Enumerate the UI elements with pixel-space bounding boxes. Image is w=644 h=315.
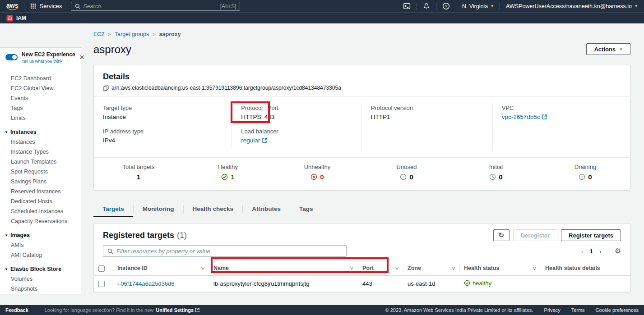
check-circle-icon [221, 173, 228, 180]
footer-language-note: Looking for language selection? Find it … [45, 307, 199, 313]
tab-tags[interactable]: Tags [290, 201, 322, 217]
chevron-expanded-icon: ▼ [5, 267, 8, 271]
sidebar-section-instances[interactable]: ▼Instances [0, 127, 81, 137]
footer-bar: Feedback Looking for language selection?… [0, 305, 644, 315]
tab-attributes[interactable]: Attributes [243, 201, 290, 217]
help-icon[interactable]: ? [442, 2, 450, 10]
details-card: Details arn:aws:elasticloadbalancing:us-… [93, 65, 630, 191]
breadcrumb-current: asproxy [159, 31, 181, 37]
aws-logo[interactable]: aws [6, 2, 18, 10]
table-header-row: Instance ID▽ Name▽ Port▽ Zone▽ Health st… [94, 261, 630, 275]
sort-icon[interactable]: ▽ [201, 266, 204, 270]
sort-icon[interactable]: ▽ [533, 266, 536, 270]
region-selector[interactable]: N. Virginia ▼ [462, 3, 494, 9]
tab-targets[interactable]: Targets [93, 201, 133, 217]
sidebar-item-instance-types[interactable]: Instance Types [0, 147, 81, 157]
deregister-button[interactable]: Deregister [513, 229, 557, 241]
vpc-link[interactable]: vpc-2657db5c [502, 114, 547, 120]
iam-icon [6, 15, 13, 22]
sidebar-item-ec2-global-view[interactable]: EC2 Global View [0, 83, 81, 93]
sidebar-section-images[interactable]: ▼Images [0, 230, 81, 240]
iam-shortcut[interactable]: IAM [16, 15, 26, 21]
close-icon[interactable]: ✕ [79, 54, 85, 61]
sidebar-item-ami-catalog[interactable]: AMI Catalog [0, 250, 81, 260]
unified-settings-link[interactable]: Unified Settings [156, 307, 199, 313]
sidebar-item-launch-templates[interactable]: Launch Templates [0, 157, 81, 167]
field-protocol-version: Protocol version HTTP1 [361, 103, 492, 127]
chevron-expanded-icon: ▼ [5, 233, 8, 237]
copyright-text: © 2023, Amazon Web Services India Privat… [385, 307, 533, 313]
notifications-bell-icon[interactable] [423, 3, 430, 10]
topbar-divider [500, 3, 500, 10]
breadcrumb-ec2[interactable]: EC2 [93, 31, 104, 37]
sidebar-item-savings-plans[interactable]: Savings Plans [0, 177, 81, 187]
sidebar-item-snapshots[interactable]: Snapshots [0, 284, 81, 294]
cloudshell-icon[interactable] [403, 2, 411, 10]
registered-targets-count: (1) [177, 231, 187, 240]
row-checkbox[interactable] [98, 281, 105, 287]
column-zone: Zone▽ [403, 261, 459, 275]
targets-table: Instance ID▽ Name▽ Port▽ Zone▽ Health st… [94, 261, 630, 292]
terms-link[interactable]: Terms [571, 307, 585, 313]
sidebar-item-events[interactable]: Events [0, 93, 81, 103]
tab-monitoring[interactable]: Monitoring [134, 201, 183, 217]
services-menu-button[interactable]: Services [30, 3, 62, 9]
account-menu[interactable]: AWSPowerUserAccess/navaneeth.kn@harness.… [506, 3, 638, 9]
search-icon [107, 248, 113, 254]
sidebar-item-dedicated-hosts[interactable]: Dedicated Hosts [0, 196, 81, 206]
breadcrumb-target-groups[interactable]: Target groups [115, 31, 149, 37]
global-search[interactable]: [Alt+S] [71, 2, 240, 11]
sort-icon[interactable]: ▽ [395, 266, 398, 270]
region-label: N. Virginia [462, 3, 488, 9]
new-experience-title: New EC2 Experience [22, 51, 75, 58]
sidebar-item-spot-requests[interactable]: Spot Requests [0, 167, 81, 177]
gear-icon[interactable]: ⚙ [615, 247, 621, 255]
instance-id-link[interactable]: i-06f1744a6a25d36d6 [117, 280, 175, 287]
pager-divider [608, 247, 608, 255]
cookie-preferences-link[interactable]: Cookie preferences [596, 307, 639, 313]
favorites-bar: IAM [0, 12, 644, 23]
sidebar-item-tags[interactable]: Tags [0, 103, 81, 113]
sort-icon[interactable]: ▽ [350, 266, 353, 270]
sort-icon[interactable]: ▽ [452, 266, 455, 270]
register-targets-button[interactable]: Register targets [561, 229, 621, 241]
load-balancer-link[interactable]: regular [241, 137, 267, 144]
sidebar-item-limits[interactable]: Limits [0, 113, 81, 123]
sidebar-nav: EC2 Dashboard EC2 Global View Events Tag… [0, 67, 81, 294]
page-number[interactable]: 1 [589, 248, 593, 255]
breadcrumb-separator: > [153, 32, 155, 37]
feedback-button[interactable]: Feedback [5, 307, 28, 313]
sidebar-item-reserved-instances[interactable]: Reserved Instances [0, 187, 81, 196]
target-port-cell: 443 [358, 275, 403, 292]
next-page-icon[interactable]: › [599, 248, 602, 255]
field-empty [361, 127, 492, 150]
counter-draining: Draining 0 [541, 164, 630, 182]
breadcrumb-separator: > [108, 32, 111, 37]
search-icon [75, 4, 80, 9]
sidebar-item-ec2-dashboard[interactable]: EC2 Dashboard [0, 73, 81, 83]
sidebar-item-scheduled-instances[interactable]: Scheduled Instances [0, 206, 81, 216]
topbar-divider [24, 3, 24, 10]
topbar-divider [456, 3, 456, 10]
clock-circle-icon [489, 173, 496, 180]
select-all-checkbox[interactable] [98, 265, 105, 272]
search-input[interactable] [83, 3, 217, 9]
health-details-cell [541, 275, 630, 292]
chevron-down-icon: ▼ [635, 5, 638, 8]
previous-page-icon[interactable]: ‹ [581, 248, 583, 255]
tell-us-link[interactable]: Tell us what you think [22, 59, 75, 64]
sidebar-item-amis[interactable]: AMIs [0, 240, 81, 250]
sidebar-item-capacity-reservations[interactable]: Capacity Reservations [0, 216, 81, 226]
sidebar-item-volumes[interactable]: Volumes [0, 274, 81, 284]
sidebar-section-elastic-block-store[interactable]: ▼Elastic Block Store [0, 264, 81, 274]
actions-button[interactable]: Actions ▼ [586, 43, 630, 55]
new-ec2-experience-box: New EC2 Experience Tell us what you thin… [0, 47, 81, 67]
tab-health-checks[interactable]: Health checks [184, 201, 243, 217]
filter-input[interactable] [116, 248, 342, 255]
sidebar-item-instances[interactable]: Instances [0, 137, 81, 147]
refresh-button[interactable]: ↻ [493, 229, 510, 241]
details-heading: Details [103, 72, 621, 82]
new-experience-toggle[interactable] [5, 54, 18, 60]
privacy-link[interactable]: Privacy [544, 307, 561, 313]
copy-icon[interactable] [103, 85, 109, 91]
